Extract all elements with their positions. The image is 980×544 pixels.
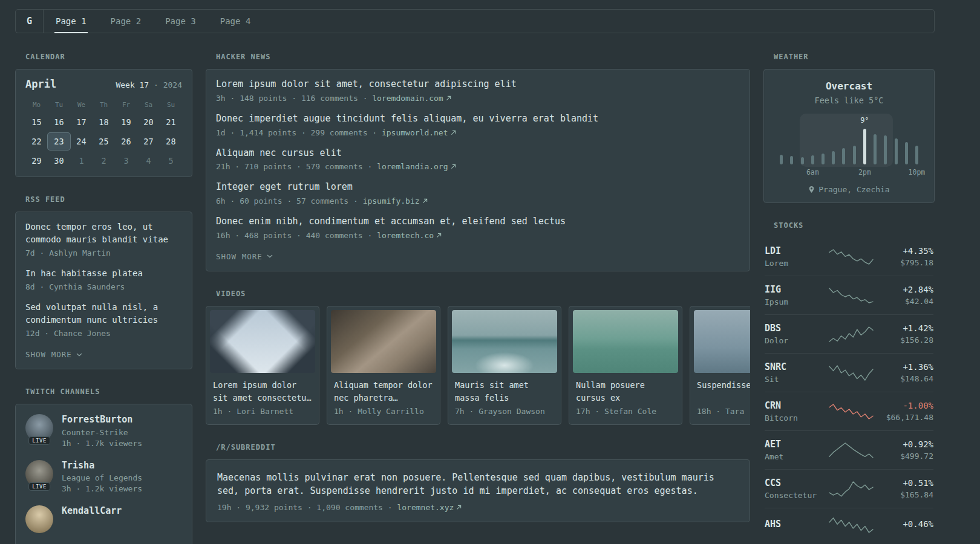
video-title[interactable]: Nullam posuere cursus ex xyxy=(573,373,678,407)
channel-game: League of Legends xyxy=(62,473,142,482)
live-badge: LIVE xyxy=(28,436,50,445)
video-card[interactable]: Nullam posuere cursus ex 17h · Stefan Co… xyxy=(569,306,682,425)
rss-item-title[interactable]: In hac habitasse platea xyxy=(25,267,182,280)
stock-row[interactable]: DBS Dolor +1.42% $156.28 xyxy=(765,314,933,353)
weather-bar xyxy=(790,156,793,164)
stock-row[interactable]: IIG Ipsum +2.84% $42.04 xyxy=(765,276,933,314)
channel-name[interactable]: Trisha xyxy=(62,460,142,472)
stock-row[interactable]: AHS +0.46% xyxy=(765,508,933,542)
subreddit-card: Maecenas mollis pulvinar erat non posuer… xyxy=(206,459,750,522)
stock-values: +4.35% $795.18 xyxy=(880,246,933,267)
twitch-channel[interactable]: LIVE Trisha League of Legends 3h · 1.2k … xyxy=(25,460,182,494)
day-of-week-label: We xyxy=(70,97,93,114)
video-card[interactable]: Aliquam tempor dolor nec pharetra… 1h · … xyxy=(327,306,440,425)
twitch-channel[interactable]: LIVE ForrestBurton Counter-Strike 1h · 1… xyxy=(25,414,182,448)
hn-list: Lorem ipsum dolor sit amet, consectetur … xyxy=(216,78,740,240)
twitch-card: LIVE ForrestBurton Counter-Strike 1h · 1… xyxy=(15,404,192,544)
video-thumbnail[interactable] xyxy=(452,310,557,373)
twitch-channel[interactable]: KendallCarr xyxy=(25,505,182,533)
twitch-widget: TWITCH CHANNELS LIVE ForrestBurton xyxy=(15,387,192,544)
video-thumbnail[interactable] xyxy=(573,310,678,373)
hn-story-domain-link[interactable]: loremlandia.org xyxy=(377,162,456,171)
stock-name: Lorem xyxy=(765,259,822,268)
hn-story-domain-link[interactable]: ipsumify.biz xyxy=(363,196,428,206)
stock-row[interactable]: LDI Lorem +4.35% $795.18 xyxy=(765,238,933,276)
rss-item-title[interactable]: Donec tempor eros leo, ut commodo mauris… xyxy=(25,221,182,246)
reddit-post-title[interactable]: Maecenas mollis pulvinar erat non posuer… xyxy=(217,471,739,498)
weather-hour xyxy=(849,117,860,164)
calendar-day: 2 xyxy=(93,152,115,169)
calendar-day: 17 xyxy=(70,114,93,131)
rss-show-more-button[interactable]: SHOW MORE xyxy=(25,348,182,361)
video-title[interactable]: Suspendisse diam xyxy=(694,373,750,394)
reddit-post-domain-link[interactable]: loremnet.xyz xyxy=(397,503,462,512)
hn-story-meta: 1d · 1,414 points · 299 comments · ipsum… xyxy=(216,128,740,137)
weather-bars: 6am xyxy=(776,117,922,164)
channel-name[interactable]: ForrestBurton xyxy=(62,414,142,426)
stock-ticker: AHS xyxy=(765,519,822,529)
stock-sparkline xyxy=(829,287,873,305)
video-card[interactable]: Lorem ipsum dolor sit amet consectetu… 1… xyxy=(206,306,319,425)
video-card[interactable]: Suspendisse diam 18h · Tara xyxy=(690,306,750,425)
stock-row[interactable]: SNRC Sit +1.36% $148.64 xyxy=(765,353,933,392)
hn-story-title[interactable]: Integer eget rutrum lorem xyxy=(216,181,740,194)
hn-story-domain-link[interactable]: ipsumworld.net xyxy=(382,128,456,137)
hn-story-domain-link[interactable]: loremtech.co xyxy=(377,231,442,240)
subreddit-widget: /R/SUBREDDIT Maecenas mollis pulvinar er… xyxy=(206,443,750,522)
stock-name: Dolor xyxy=(765,336,822,345)
middle-column: HACKER NEWS Lorem ipsum dolor sit amet, … xyxy=(206,53,750,540)
hn-show-more-button[interactable]: SHOW MORE xyxy=(216,250,740,264)
nav-tab[interactable]: Page 1 xyxy=(44,10,99,33)
stock-sparkline xyxy=(829,364,873,382)
rss-show-more-label: SHOW MORE xyxy=(25,350,72,359)
hn-story-stats: 16h · 468 points · 440 comments xyxy=(216,231,363,240)
video-thumbnail[interactable] xyxy=(331,310,436,373)
hn-story-title[interactable]: Lorem ipsum dolor sit amet, consectetur … xyxy=(216,78,740,91)
nav-tab[interactable]: Page 3 xyxy=(153,10,208,33)
widget-title-hacker-news: HACKER NEWS xyxy=(216,53,750,61)
stock-name: Consectetur xyxy=(765,491,822,500)
twitch-list: LIVE ForrestBurton Counter-Strike 1h · 1… xyxy=(25,414,182,533)
calendar-day: 20 xyxy=(137,114,160,131)
channel-avatar: LIVE xyxy=(25,414,53,442)
hn-story-title[interactable]: Aliquam nec cursus elit xyxy=(216,147,740,160)
video-card[interactable]: Mauris sit amet massa felis 7h · Grayson… xyxy=(448,306,561,425)
weather-hour xyxy=(776,117,786,164)
video-thumbnail[interactable] xyxy=(694,310,750,373)
video-title[interactable]: Aliquam tempor dolor nec pharetra… xyxy=(331,373,436,407)
app-logo[interactable]: G xyxy=(16,10,44,33)
stock-price: $156.28 xyxy=(880,335,933,345)
weather-hour xyxy=(818,117,828,164)
weather-hour xyxy=(828,117,838,164)
video-thumbnail[interactable] xyxy=(210,310,315,373)
stock-identity: AET Amet xyxy=(765,439,822,461)
video-title[interactable]: Mauris sit amet massa felis xyxy=(452,373,557,407)
video-author: 1h · Molly Carrillo xyxy=(331,407,436,421)
channel-info: KendallCarr xyxy=(62,505,122,533)
hn-story-meta: 16h · 468 points · 440 comments · loremt… xyxy=(216,231,740,240)
stock-row[interactable]: CCS Consectetur +0.51% $165.84 xyxy=(765,469,933,508)
hn-story-title[interactable]: Donec enim nibh, condimentum et accumsan… xyxy=(216,215,740,228)
hn-story-title[interactable]: Donec imperdiet augue tincidunt felis al… xyxy=(216,112,740,126)
widget-title-rss: RSS FEED xyxy=(25,195,192,204)
rss-item-meta: 7d · Ashlyn Martin xyxy=(25,248,182,257)
hn-story-stats: 3h · 148 points · 116 comments xyxy=(216,94,358,103)
video-author: 7h · Grayson Dawson xyxy=(452,407,557,421)
rss-item-meta: 8d · Cynthia Saunders xyxy=(25,282,182,291)
videos-widget: VIDEOS Lorem ipsum dolor sit amet consec… xyxy=(206,290,750,425)
stock-row[interactable]: AET Amet +0.92% $499.72 xyxy=(765,430,933,469)
stock-row[interactable]: CRN Bitcorn -1.00% $66,171.48 xyxy=(765,392,933,430)
nav-tab[interactable]: Page 2 xyxy=(99,10,154,33)
stock-ticker: CCS xyxy=(765,478,822,488)
weather-widget: WEATHER Overcast Feels like 5°C xyxy=(763,53,935,203)
video-title[interactable]: Lorem ipsum dolor sit amet consectetu… xyxy=(210,373,315,407)
hn-story-domain-link[interactable]: loremdomain.com xyxy=(372,94,451,103)
hn-story-domain: ipsumworld.net xyxy=(382,128,448,137)
rss-item-title[interactable]: Sed volutpat nulla nisl, a condimentum n… xyxy=(25,301,182,326)
channel-name[interactable]: KendallCarr xyxy=(62,505,122,517)
weather-hour: 6am xyxy=(808,117,818,164)
calendar-day: 1 xyxy=(70,152,93,169)
nav-tab[interactable]: Page 4 xyxy=(208,10,263,33)
calendar-day: 4 xyxy=(137,152,160,169)
calendar-day: 29 xyxy=(25,152,48,169)
